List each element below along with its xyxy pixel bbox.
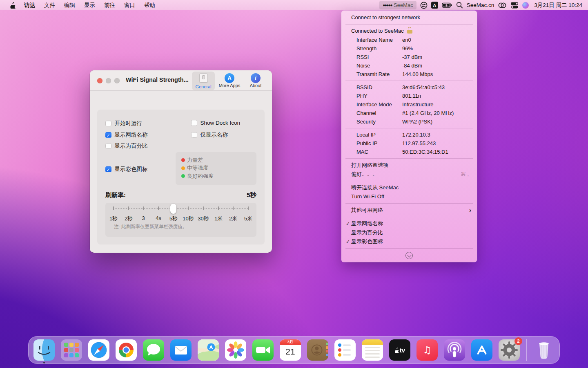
zoom-button[interactable] — [114, 78, 120, 83]
checkbox-show-color-icon[interactable]: 显示彩色图标 — [105, 166, 148, 173]
dock-icon-maps[interactable] — [198, 339, 219, 361]
green-dot-icon — [181, 174, 185, 178]
checkbox-label: 仅显示名称 — [200, 131, 228, 139]
checkbox-show-dock-icon[interactable]: Show Dock Icon — [191, 120, 240, 126]
input-source-icon[interactable]: A — [431, 2, 438, 9]
handoff-rings-icon[interactable] — [498, 2, 507, 9]
info-label: MAC — [356, 149, 368, 155]
dock-icon-messages[interactable] — [143, 339, 164, 361]
siri-icon[interactable] — [522, 2, 529, 9]
dock-icon-chrome[interactable] — [116, 339, 137, 361]
dock-icon-system-preferences[interactable]: 2 — [499, 339, 520, 361]
wifi-status-item[interactable]: ●●●●● SeeMac — [379, 1, 416, 9]
info-value: en0 — [402, 36, 411, 44]
menu-view[interactable]: 显示 — [80, 2, 100, 9]
legend-label: 力量差 — [187, 157, 203, 164]
tab-more-apps[interactable]: A More Apps — [218, 72, 241, 90]
checkbox-show-percent[interactable]: 显示为百分比 — [105, 142, 148, 150]
info-row: Strength96% — [341, 44, 477, 53]
tick-label: 5米 — [239, 215, 257, 222]
menu-file[interactable]: 文件 — [40, 2, 60, 9]
checkbox-run-at-start[interactable]: 开始时运行 — [105, 120, 142, 127]
menu-item-preferences[interactable]: 偏好。。。 ⌘ , — [341, 170, 477, 179]
info-value: 112.97.55.243 — [402, 139, 436, 148]
tab-general[interactable]: General — [192, 72, 215, 90]
window-titlebar[interactable]: WiFi Signal Strength... General A More A… — [90, 70, 272, 91]
menu-item-turn-wifi-off[interactable]: Turn Wi-Fi Off — [341, 192, 477, 201]
notification-badge: 2 — [514, 337, 522, 345]
refresh-slider[interactable]: 1秒 2秒 3 4s 5秒 10秒 30秒 1米 2米 5米 注: 此刷新率仅更… — [105, 203, 256, 237]
menu-finder[interactable]: 访达 — [20, 2, 40, 9]
info-value: 50:ED:3C:34:15:D1 — [402, 148, 448, 156]
menu-item-other-networks[interactable]: 其他可用网络 › — [341, 206, 477, 215]
seemac-domain-item[interactable]: SeeMac.cn — [467, 2, 494, 8]
refresh-rate-label: 刷新率: — [105, 191, 126, 199]
info-row: BSSID3e:d6:54:a0:c5:43 — [341, 83, 477, 92]
dock-icon-app-store[interactable] — [471, 339, 492, 361]
dock-icon-safari[interactable] — [88, 339, 109, 361]
battery-icon[interactable] — [442, 1, 452, 9]
checkbox-show-name-only[interactable]: 仅显示名称 — [191, 131, 228, 139]
dock-icon-reminders[interactable] — [334, 339, 356, 361]
menu-item-connect-strongest[interactable]: Connect to strongest network — [341, 13, 477, 22]
menu-go[interactable]: 前往 — [100, 2, 120, 9]
slider-knob[interactable] — [170, 204, 176, 214]
dock-icon-launchpad[interactable] — [61, 339, 82, 361]
menu-expand-button[interactable] — [341, 251, 477, 260]
close-button[interactable] — [97, 78, 102, 83]
dock-icon-music[interactable]: ♫ — [416, 339, 438, 361]
info-row: Noise-84 dBm — [341, 61, 477, 70]
appletv-label: tv — [400, 347, 405, 354]
menu-item-disconnect[interactable]: 断开连接从 SeeMac — [341, 183, 477, 192]
menu-window[interactable]: 窗口 — [120, 2, 140, 9]
control-center-icon[interactable] — [510, 2, 519, 9]
menu-item-connected-header[interactable]: Connected to SeeMac — [341, 27, 477, 36]
dock-icon-trash[interactable] — [533, 339, 555, 361]
menu-item-show-network-name[interactable]: ✓ 显示网络名称 — [341, 219, 477, 228]
apple-menu[interactable] — [6, 2, 20, 9]
checkbox-box — [191, 132, 197, 138]
menu-item-show-color-icon[interactable]: ✓ 显示彩色图标 — [341, 237, 477, 246]
desktop-wallpaper — [0, 0, 588, 368]
info-row: MAC50:ED:3C:34:15:D1 — [341, 148, 477, 156]
tab-about[interactable]: i About — [244, 72, 267, 90]
checkbox-show-network-name[interactable]: 显示网络名称 — [105, 131, 148, 139]
info-icon: i — [251, 73, 261, 83]
connected-label: Connected to SeeMac — [351, 28, 404, 34]
dock-icon-mail[interactable] — [170, 339, 192, 361]
checkbox-box — [105, 132, 111, 138]
dock-icon-calendar[interactable]: 3月 21 — [280, 339, 301, 361]
dock-icon-finder[interactable] — [33, 339, 55, 361]
info-label: Interface Mode — [356, 101, 392, 108]
lock-icon — [407, 28, 412, 34]
dock-icon-photos[interactable] — [225, 339, 246, 361]
info-value: WPA2 (PSK) — [402, 117, 432, 126]
dock-icon-podcasts[interactable] — [444, 339, 465, 361]
notes-band — [362, 339, 383, 345]
tab-general-label: General — [192, 84, 215, 89]
calendar-day: 21 — [280, 345, 301, 358]
menu-item-open-network-prefs[interactable]: 打开网络首选项 — [341, 161, 477, 170]
checkbox-label: 显示网络名称 — [115, 131, 148, 139]
switches-app-icon[interactable] — [420, 2, 428, 9]
menu-clock[interactable]: 3月21日 周二 10:24 — [534, 2, 582, 9]
info-label: Security — [356, 119, 376, 125]
dock-icon-facetime[interactable] — [252, 339, 274, 361]
menu-edit[interactable]: 编辑 — [60, 2, 80, 9]
tab-more-apps-label: More Apps — [218, 83, 241, 88]
dock-icon-contacts[interactable] — [307, 339, 328, 361]
info-value: -37 dBm — [402, 53, 422, 61]
search-icon[interactable] — [456, 2, 463, 9]
dock-icon-notes[interactable] — [362, 339, 383, 361]
dock-icon-apple-tv[interactable]: tv — [389, 339, 410, 361]
checkbox-box — [105, 166, 111, 173]
menu-item-show-percent[interactable]: 显示为百分比 — [341, 228, 477, 237]
slider-track[interactable] — [113, 208, 249, 209]
info-row: RSSI-37 dBm — [341, 53, 477, 61]
menu-help[interactable]: 帮助 — [140, 2, 160, 9]
checkbox-label: 显示彩色图标 — [115, 166, 148, 173]
refresh-rate-value: 5秒 — [247, 191, 256, 200]
minimize-button[interactable] — [106, 78, 111, 83]
info-label: Noise — [356, 63, 370, 69]
menu-separator — [345, 24, 473, 25]
